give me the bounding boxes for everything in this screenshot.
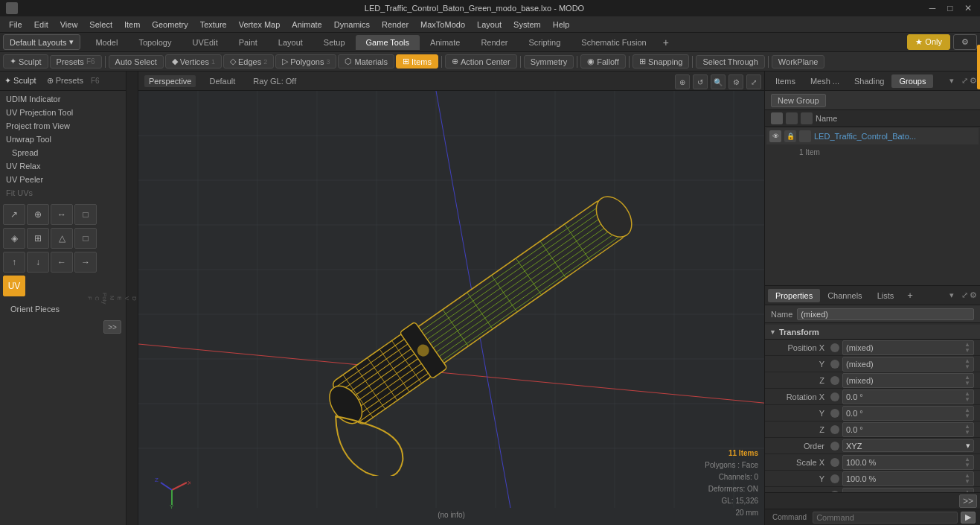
menu-edit[interactable]: Edit <box>28 19 54 31</box>
left-tool-orient[interactable]: Orient Pieces <box>6 302 120 316</box>
rotation-x-arrows[interactable]: ▲ ▼ <box>964 391 970 403</box>
rt-tab-groups[interactable]: Groups <box>891 74 933 88</box>
scale-y-value-box[interactable]: 100.0 % ▲ ▼ <box>842 471 974 486</box>
tab-render[interactable]: Render <box>470 35 518 50</box>
viewport-expand-icon[interactable]: ⤢ <box>746 74 761 89</box>
left-icon-up[interactable]: ↑ <box>3 252 25 273</box>
menu-vertex-map[interactable]: Vertex Map <box>233 19 286 31</box>
command-input[interactable] <box>813 512 958 524</box>
select-through-button[interactable]: Select Through <box>696 55 764 69</box>
symmetry-button[interactable]: Symmetry <box>524 55 574 69</box>
auto-select-button[interactable]: Auto Select <box>109 55 164 69</box>
tab-topology[interactable]: Topology <box>128 35 182 50</box>
left-icon-right[interactable]: → <box>74 252 97 273</box>
order-dropdown[interactable]: XYZ ▾ <box>842 439 974 452</box>
left-tool-fit[interactable]: Fit UVs <box>1 186 124 200</box>
tab-scripting[interactable]: Scripting <box>519 35 571 50</box>
left-icon-down[interactable]: ↓ <box>27 252 49 273</box>
new-group-button[interactable]: New Group <box>771 94 826 107</box>
left-icon-move[interactable]: ↗ <box>3 204 25 225</box>
vertices-button[interactable]: ◆ Vertices 1 <box>165 54 222 69</box>
snapping-button[interactable]: ⊞ Snapping <box>632 54 690 69</box>
left-tool-peeler[interactable]: UV Peeler <box>1 173 124 186</box>
left-icon-add[interactable]: ⊕ <box>27 204 49 225</box>
viewport-raygl[interactable]: Ray GL: Off <box>249 75 301 87</box>
rt-tab-mesh[interactable]: Mesh ... <box>803 74 847 88</box>
close-button[interactable]: ✕ <box>962 2 974 14</box>
left-icon-sq[interactable]: □ <box>74 228 97 249</box>
menu-texture[interactable]: Texture <box>194 19 233 31</box>
left-tool-relax[interactable]: UV Relax <box>1 159 124 173</box>
menu-geometry[interactable]: Geometry <box>146 19 193 31</box>
scale-x-value-box[interactable]: 100.0 % ▲ ▼ <box>842 455 974 470</box>
position-z-value-box[interactable]: (mixed) ▲ ▼ <box>842 373 974 388</box>
pt-tab-channels[interactable]: Channels <box>820 289 869 302</box>
left-icon-grid[interactable]: ⊞ <box>27 228 49 249</box>
position-y-arrows[interactable]: ▲ ▼ <box>964 358 970 370</box>
viewport-refresh-icon[interactable]: ↺ <box>693 74 708 89</box>
minimize-button[interactable]: ─ <box>926 2 938 14</box>
menu-help[interactable]: Help <box>547 19 576 31</box>
rt-tab-expand[interactable]: ▾ <box>945 74 958 87</box>
rotation-z-arrows[interactable]: ▲ ▼ <box>964 424 970 436</box>
left-icon-box[interactable]: □ <box>74 204 97 225</box>
viewport-preset[interactable]: Default <box>205 75 240 87</box>
viewport-perspective-tab[interactable]: Perspective <box>144 75 196 87</box>
tab-paint[interactable]: Paint <box>228 35 268 50</box>
tab-layout[interactable]: Layout <box>268 35 313 50</box>
menu-layout[interactable]: Layout <box>471 19 507 31</box>
position-z-arrows[interactable]: ▲ ▼ <box>964 375 970 386</box>
left-icon-left[interactable]: ← <box>51 252 73 273</box>
rt-panel-expand[interactable]: ⤢ <box>961 76 968 86</box>
left-tool-uv-proj[interactable]: UV Projection Tool <box>1 106 124 119</box>
scale-y-arrows[interactable]: ▲ ▼ <box>964 473 970 485</box>
menu-file[interactable]: File <box>3 19 28 31</box>
left-tool-udim[interactable]: UDIM Indicator <box>1 92 124 106</box>
viewport[interactable]: Perspective Default Ray GL: Off ⊕ ↺ 🔍 ⚙ … <box>138 71 764 525</box>
rt-tab-items[interactable]: Items <box>768 74 803 88</box>
left-tool-unwrap[interactable]: Unwrap Tool <box>1 133 124 146</box>
workplane-button[interactable]: WorkPlane <box>772 55 825 69</box>
left-expand-button[interactable]: >> <box>103 320 121 334</box>
menu-item[interactable]: Item <box>118 19 146 31</box>
viewport-search-icon[interactable]: 🔍 <box>711 74 726 89</box>
group-eye-toggle[interactable]: 👁 <box>769 130 781 142</box>
left-icon-circle[interactable]: ◈ <box>3 228 25 249</box>
presets-button[interactable]: Presets F6 <box>50 55 102 69</box>
menu-system[interactable]: System <box>507 19 547 31</box>
rt-tab-shading[interactable]: Shading <box>847 74 891 88</box>
scale-x-dot[interactable] <box>830 458 839 467</box>
viewport-maximize-icon[interactable]: ⊕ <box>675 74 690 89</box>
scale-x-arrows[interactable]: ▲ ▼ <box>964 456 970 468</box>
rotation-y-arrows[interactable]: ▲ ▼ <box>964 407 970 419</box>
pt-tab-expand[interactable]: ▾ <box>945 289 958 302</box>
star-only-button[interactable]: ★ Only <box>907 34 950 50</box>
tab-game-tools[interactable]: Game Tools <box>356 35 420 50</box>
position-y-value-box[interactable]: (mixed) ▲ ▼ <box>842 357 974 372</box>
left-icon-scale[interactable]: ↔ <box>51 204 73 225</box>
pt-panel-settings[interactable]: ⚙ <box>970 290 977 300</box>
props-name-input[interactable] <box>797 308 974 320</box>
group-lock-toggle[interactable]: 🔒 <box>784 130 796 142</box>
tab-uvedit[interactable]: UVEdit <box>182 35 228 50</box>
rotation-x-value-box[interactable]: 0.0 ° ▲ ▼ <box>842 389 974 404</box>
menu-maxtomodo[interactable]: MaxToModo <box>414 19 471 31</box>
transform-section-header[interactable]: ▼ Transform <box>765 325 980 340</box>
scale-y-dot[interactable] <box>830 474 839 483</box>
rotation-x-dot[interactable] <box>830 392 839 401</box>
menu-select[interactable]: Select <box>83 19 118 31</box>
rotation-z-value-box[interactable]: 0.0 ° ▲ ▼ <box>842 422 974 437</box>
rt-panel-settings[interactable]: ⚙ <box>970 76 977 86</box>
menu-render[interactable]: Render <box>376 19 414 31</box>
position-x-arrows[interactable]: ▲ ▼ <box>964 342 970 354</box>
viewport-settings-icon[interactable]: ⚙ <box>728 74 743 89</box>
items-button[interactable]: ⊞ Items <box>396 54 438 69</box>
edges-button[interactable]: ◇ Edges 2 <box>223 54 274 69</box>
rotation-z-dot[interactable] <box>830 425 839 434</box>
menu-animate[interactable]: Animate <box>286 19 327 31</box>
tab-add[interactable]: + <box>657 36 675 48</box>
sculpt-bar-presets[interactable]: ⊕ Presets <box>47 76 83 86</box>
menu-dynamics[interactable]: Dynamics <box>328 19 376 31</box>
left-icon-tri[interactable]: △ <box>51 228 73 249</box>
position-z-dot[interactable] <box>830 376 839 385</box>
